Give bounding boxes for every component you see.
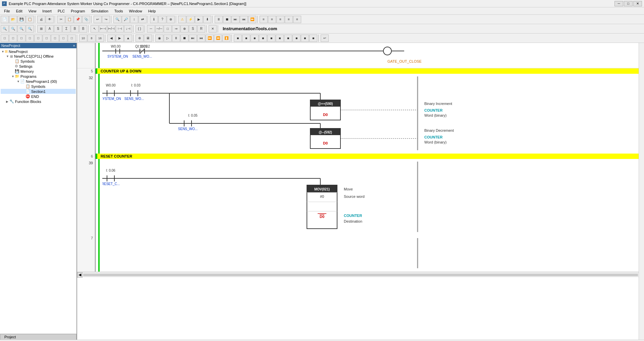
tb-more4[interactable]: ≡	[285, 16, 293, 23]
menu-plc[interactable]: PLC	[55, 8, 67, 14]
tb3-b19[interactable]: ▷	[164, 35, 172, 42]
tb2-or[interactable]: ─/─	[155, 25, 163, 33]
tb2-sym[interactable]: S	[54, 25, 62, 33]
tb-run[interactable]: ▶	[195, 16, 203, 23]
tb2-zoom-in[interactable]: 🔍	[1, 25, 9, 33]
tb3-b29[interactable]: ■	[251, 35, 259, 42]
tb3-b13[interactable]: ◀	[107, 35, 115, 42]
tb3-b1[interactable]: □	[1, 35, 9, 42]
tb-open[interactable]: 📂	[9, 16, 17, 23]
diagram-area[interactable]: W0.00 SYSTEM_ON I: 0.05	[77, 43, 644, 340]
tb-warn2[interactable]: ⚡	[186, 16, 195, 23]
tb3-b2[interactable]: □	[9, 35, 17, 42]
tb-pause[interactable]: ⏸	[215, 16, 223, 23]
scroll-left-btn[interactable]: ◀	[77, 272, 83, 278]
tb2-np[interactable]: ↓⊣	[124, 25, 132, 33]
tb2-addr[interactable]: A	[46, 25, 54, 33]
tb2-box[interactable]: □	[164, 25, 172, 33]
tb2-pp[interactable]: ↑⊣	[116, 25, 124, 33]
tb3-b21[interactable]: ⏹	[180, 35, 189, 42]
tb-save[interactable]: 💾	[17, 16, 25, 23]
tb3-b7[interactable]: □	[51, 35, 59, 42]
tb3-b9[interactable]: □	[68, 35, 76, 42]
tree-root[interactable]: ▼ ⊞ NewProject	[1, 49, 76, 54]
tb3-b28[interactable]: ■	[242, 35, 250, 42]
tree-funcblocks[interactable]: ▶ 🔧 Function Blocks	[1, 99, 76, 104]
tb3-b36[interactable]: ■	[309, 35, 317, 42]
scroll-track-h[interactable]	[83, 274, 638, 276]
tb-dl[interactable]: ⬇	[203, 16, 211, 23]
tb2-jmp[interactable]: ⇒	[172, 25, 180, 33]
menu-file[interactable]: File	[1, 8, 13, 14]
tb3-b3[interactable]: □	[17, 35, 25, 42]
tb2-zoom4[interactable]: 🔍	[26, 25, 34, 33]
tb3-b30[interactable]: ■	[259, 35, 267, 42]
vertical-scrollbar[interactable]	[639, 43, 644, 340]
tb3-b22[interactable]: ⏭	[189, 35, 197, 42]
tb3-b24[interactable]: ⏩	[206, 35, 214, 42]
menu-window[interactable]: Window	[126, 8, 145, 14]
tb-more3[interactable]: ≡	[276, 16, 284, 23]
tb-print2[interactable]: 👁	[46, 16, 54, 23]
tree-prog-symbols[interactable]: 📋 Symbols	[1, 84, 76, 89]
tb2-b2[interactable]: B	[79, 25, 87, 33]
tb-step2[interactable]: ⏮	[240, 16, 248, 23]
menu-program[interactable]: Program	[68, 8, 88, 14]
tb3-b8[interactable]: □	[59, 35, 67, 42]
tb3-b37[interactable]: ↩	[321, 35, 329, 42]
tb3-b11[interactable]: 8	[88, 35, 96, 42]
tb2-grid[interactable]: ⊞	[37, 25, 45, 33]
menu-simulation[interactable]: Simulation	[88, 8, 111, 14]
tree-symbols[interactable]: 📋 Symbols	[1, 59, 76, 64]
tb-ref[interactable]: ↕	[130, 16, 138, 23]
maximize-button[interactable]: □	[624, 1, 633, 6]
tb2-b1[interactable]: B	[71, 25, 79, 33]
tb2-coil[interactable]: ( )	[136, 25, 144, 33]
menu-tools[interactable]: Tools	[112, 8, 126, 14]
tb-step3[interactable]: ⏩	[248, 16, 256, 23]
tb-step[interactable]: ⏭	[231, 16, 239, 23]
menu-view[interactable]: View	[26, 8, 39, 14]
tb3-b34[interactable]: ■	[292, 35, 301, 42]
tb3-b10[interactable]: 10	[79, 35, 87, 42]
tb2-zoom3[interactable]: 🔍	[17, 25, 25, 33]
tb3-b26[interactable]: ⏫	[222, 35, 230, 42]
tb3-b5[interactable]: □	[34, 35, 42, 42]
tb-stop[interactable]: ⏹	[223, 16, 231, 23]
tb2-cursor[interactable]: ↖	[91, 25, 99, 33]
tb-more5[interactable]: ≡	[293, 16, 301, 23]
tb3-b25[interactable]: ⏪	[214, 35, 222, 42]
tree-settings[interactable]: ⚙ Settings	[1, 64, 76, 69]
horizontal-scrollbar[interactable]: ◀ ▶	[77, 272, 644, 277]
tb2-zoom-out[interactable]: 🔍	[9, 25, 17, 33]
tb-paste2[interactable]: 📎	[82, 16, 90, 23]
tb-help2[interactable]: ⊕	[167, 16, 175, 23]
tb3-b31[interactable]: ■	[267, 35, 275, 42]
tb3-b12[interactable]: 16	[96, 35, 104, 42]
tb2-del[interactable]: ✕	[209, 25, 217, 33]
tb-search[interactable]: 🔍	[113, 16, 121, 23]
tb2-set[interactable]: S	[189, 25, 197, 33]
project-tab[interactable]: Project	[0, 334, 76, 340]
tree-section1[interactable]: 📄 Section1	[1, 89, 76, 94]
tb-save2[interactable]: 📋	[26, 16, 34, 23]
tb-copy[interactable]: 📋	[65, 16, 73, 23]
tree-plc1[interactable]: ▼ 🖥 NewPLC1[CP1L] Offline	[1, 54, 76, 59]
tb-info[interactable]: ℹ	[150, 16, 158, 23]
tb3-b23[interactable]: ⏮	[197, 35, 205, 42]
tb2-lbl[interactable]: ⊕	[180, 25, 189, 33]
tb2-sym2[interactable]: Σ	[62, 25, 70, 33]
tb3-b35[interactable]: ■	[301, 35, 309, 42]
tb2-and[interactable]: ─	[147, 25, 155, 33]
tb-more[interactable]: ≡	[260, 16, 268, 23]
menu-help[interactable]: Help	[146, 8, 159, 14]
minimize-button[interactable]: ─	[614, 1, 623, 6]
tb3-b33[interactable]: ■	[284, 35, 292, 42]
tb-help[interactable]: ?	[158, 16, 166, 23]
menu-edit[interactable]: Edit	[13, 8, 25, 14]
tb3-b15[interactable]: ▲	[124, 35, 132, 42]
close-button[interactable]: ✕	[633, 1, 642, 6]
tb-print[interactable]: 🖨	[37, 16, 45, 23]
tb-ref2[interactable]: ⇄	[139, 16, 147, 23]
tb-new[interactable]: 📄	[1, 16, 9, 23]
